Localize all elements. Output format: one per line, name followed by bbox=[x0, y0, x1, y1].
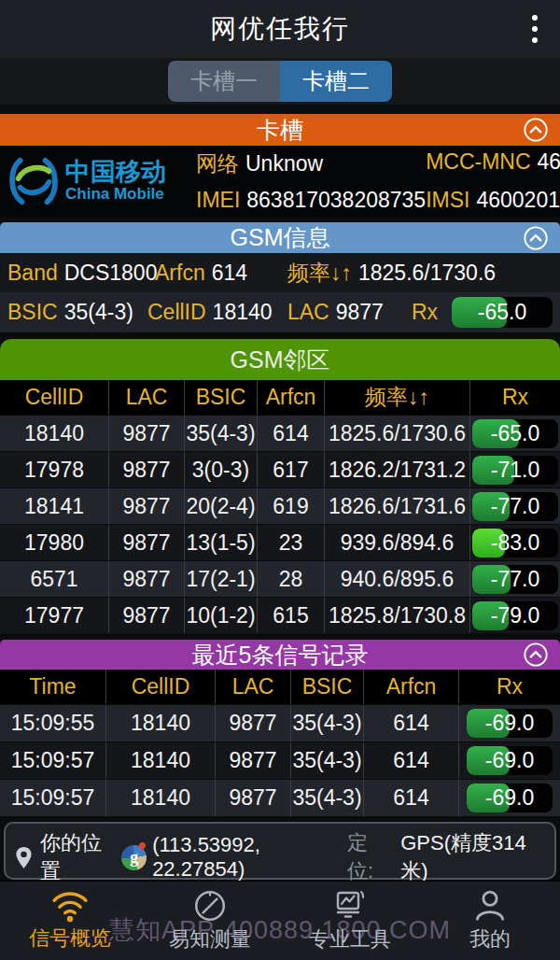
bsic-field: BSIC35(4-3) bbox=[7, 300, 147, 325]
table-row: 17977 9877 10(1-2) 615 1825.8/1730.8 -79… bbox=[0, 597, 560, 633]
title-bar: 网优任我行 bbox=[0, 0, 560, 58]
network-field: 网络Unknow bbox=[196, 149, 426, 178]
table-row: 17980 9877 13(1-5) 23 939.6/894.6 -83.0 bbox=[0, 524, 560, 560]
table-row: 15:09:57 18140 9877 35(4-3) 614 -69.0 bbox=[0, 741, 560, 779]
cellid-field: CellID18140 bbox=[147, 300, 287, 325]
sim-slot-tabbar: 卡槽一 卡槽二 bbox=[0, 58, 560, 105]
fix-type-value: GPS(精度314米) bbox=[400, 829, 545, 885]
nav-item-signal-overview[interactable]: 信号概览 bbox=[0, 882, 140, 960]
rx-signal-badge: -79.0 bbox=[470, 598, 560, 633]
mccmnc-field: MCC-MNC460-02 bbox=[426, 149, 560, 178]
rx-signal-badge: -69.0 bbox=[459, 780, 560, 816]
rx-signal-badge: -71.0 bbox=[470, 452, 560, 487]
sim-section-title: 卡槽 bbox=[257, 115, 303, 146]
person-icon bbox=[472, 888, 508, 924]
operator-name-cn: 中国移动 bbox=[65, 159, 166, 185]
table-row: 18141 9877 20(2-4) 619 1826.6/1731.6 -77… bbox=[0, 487, 560, 524]
location-panel: 你的位置 g (113.53992, 22.27854) 定位: GPS(精度3… bbox=[4, 822, 556, 880]
page-title: 网优任我行 bbox=[210, 11, 350, 47]
collapse-chevron-icon[interactable] bbox=[523, 642, 549, 668]
freq-field: 频率↓↑1825.6/1730.6 bbox=[287, 259, 553, 288]
wifi-icon bbox=[50, 889, 90, 923]
records-table: Time CellID LAC BSIC Arfcn Rx 15:09:55 1… bbox=[0, 670, 560, 816]
china-mobile-logo-icon bbox=[7, 153, 62, 209]
sim-section-header: 卡槽 bbox=[0, 114, 560, 146]
rx-signal-badge: -77.0 bbox=[470, 561, 560, 597]
rx-signal-badge: -65.0 bbox=[470, 416, 560, 451]
location-label: 你的位置 bbox=[40, 829, 118, 885]
nav-item-pro-tools[interactable]: 专业工具 bbox=[280, 882, 420, 960]
records-table-header: Time CellID LAC BSIC Arfcn Rx bbox=[0, 670, 560, 704]
neighbors-table: CellID LAC BSIC Arfcn 频率↓↑ Rx 18140 9877… bbox=[0, 380, 560, 633]
fix-type-label: 定位: bbox=[347, 829, 391, 885]
neighbors-table-header: CellID LAC BSIC Arfcn 频率↓↑ Rx bbox=[0, 380, 560, 415]
operator-name-en: China Mobile bbox=[65, 185, 166, 204]
location-pin-icon bbox=[15, 846, 33, 869]
test-device-icon bbox=[330, 888, 370, 924]
records-section-header: 最近5条信号记录 bbox=[0, 640, 560, 670]
nav-item-me[interactable]: 我的 bbox=[420, 882, 560, 960]
table-row: 18140 9877 35(4-3) 614 1825.6/1730.6 -65… bbox=[0, 415, 560, 451]
operator-logo: 中国移动 China Mobile bbox=[7, 153, 196, 209]
rx-signal-badge: -65.0 bbox=[452, 297, 553, 328]
overflow-menu-icon[interactable] bbox=[528, 11, 541, 47]
rx-field: Rx -65.0 bbox=[412, 297, 553, 328]
sim-info-panel: 中国移动 China Mobile 网络Unknow MCC-MNC460-02… bbox=[0, 146, 560, 217]
gsm-section-title: GSM信息 bbox=[231, 222, 330, 253]
rx-signal-badge: -83.0 bbox=[470, 525, 560, 560]
collapse-chevron-icon[interactable] bbox=[523, 117, 549, 143]
app-root: 网优任我行 卡槽一 卡槽二 卡槽 中国移动 China Mobile bbox=[0, 0, 560, 960]
tab-slot-2[interactable]: 卡槽二 bbox=[280, 61, 392, 102]
rx-signal-badge: -77.0 bbox=[470, 488, 560, 524]
bottom-nav: 信号概览 易知测量 专业工具 我的 bbox=[0, 881, 560, 960]
gsm-section-header: GSM信息 bbox=[0, 222, 560, 253]
neighbors-section-title: GSM邻区 bbox=[231, 345, 330, 375]
table-row: 6571 9877 17(2-1) 28 940.6/895.6 -77.0 bbox=[0, 560, 560, 597]
lac-field: LAC9877 bbox=[287, 300, 412, 325]
tab-slot-1[interactable]: 卡槽一 bbox=[168, 61, 280, 102]
collapse-chevron-icon[interactable] bbox=[523, 225, 549, 251]
speedometer-icon bbox=[192, 888, 228, 924]
table-row: 15:09:55 18140 9877 35(4-3) 614 -69.0 bbox=[0, 704, 560, 741]
rx-signal-badge: -69.0 bbox=[459, 705, 560, 741]
neighbors-section-header: GSM邻区 bbox=[0, 339, 560, 380]
location-coordinates: (113.53992, 22.27854) bbox=[152, 833, 347, 882]
map-app-icon[interactable]: g bbox=[121, 845, 147, 870]
records-section-title: 最近5条信号记录 bbox=[192, 640, 369, 671]
table-row: 17978 9877 3(0-3) 617 1826.2/1731.2 -71.… bbox=[0, 451, 560, 487]
rx-signal-badge: -69.0 bbox=[459, 742, 560, 779]
nav-item-measure[interactable]: 易知测量 bbox=[140, 882, 280, 960]
arfcn-field: Arfcn614 bbox=[155, 261, 287, 286]
imei-field: IMEI863817038208735 bbox=[196, 188, 426, 213]
imsi-field: IMSI460020114654836 bbox=[426, 188, 560, 213]
gsm-info-row-2: BSIC35(4-3) CellID18140 LAC9877 Rx -65.0 bbox=[0, 292, 560, 332]
band-field: BandDCS1800 bbox=[7, 261, 155, 286]
table-row: 15:09:57 18140 9877 35(4-3) 614 -69.0 bbox=[0, 779, 560, 816]
gsm-info-row-1: BandDCS1800 Arfcn614 频率↓↑1825.6/1730.6 bbox=[0, 253, 560, 292]
